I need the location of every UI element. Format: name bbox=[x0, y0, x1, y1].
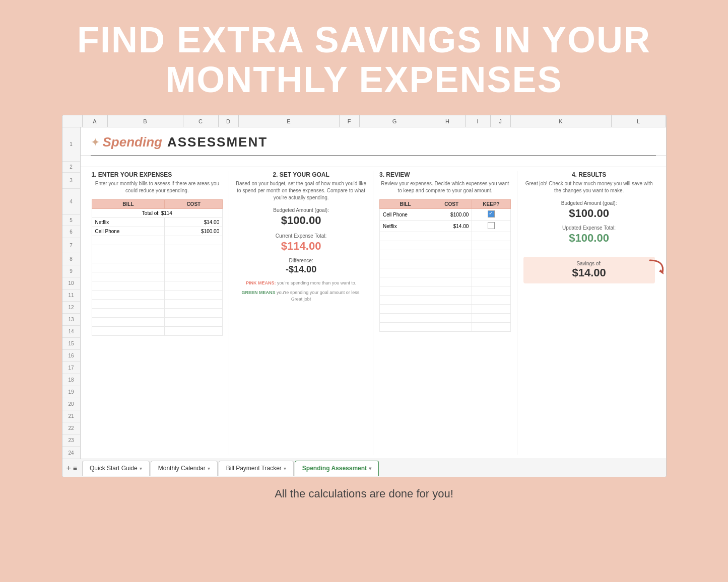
cellphone-bill: Cell Phone bbox=[92, 227, 165, 236]
tab-spending-assessment-label: Spending Assessment bbox=[302, 465, 367, 472]
add-sheet-button[interactable]: + bbox=[67, 464, 71, 473]
current-label: Current Expense Total: bbox=[235, 233, 367, 239]
row-numbers: 1 2 3 4 5 6 7 8 9 10 11 12 13 14 15 16 1… bbox=[62, 127, 81, 459]
empty-row-2 bbox=[81, 156, 666, 167]
row-num-11: 11 bbox=[62, 289, 80, 302]
empty-row bbox=[92, 263, 223, 272]
step3-column: 3. REVIEW Review your expenses. Decide w… bbox=[373, 171, 517, 455]
col-header-g: G bbox=[360, 115, 430, 127]
empty-row bbox=[380, 296, 511, 305]
tab-bill-payment[interactable]: Bill Payment Tracker ▾ bbox=[219, 461, 294, 476]
empty-row bbox=[380, 314, 511, 323]
empty-row bbox=[380, 268, 511, 277]
review-bill-1: Cell Phone bbox=[380, 209, 431, 221]
row-num-2: 2 bbox=[62, 162, 80, 173]
review-cost-header: COST bbox=[431, 200, 472, 209]
step2-title: 2. SET YOUR GOAL bbox=[235, 171, 367, 178]
step4-updated-label: Updated Expense Total: bbox=[523, 225, 655, 231]
row-num-21: 21 bbox=[62, 410, 80, 422]
brand-cursive: Spending bbox=[103, 134, 162, 150]
step4-budgeted-label: Budgeted Amount (goal): bbox=[523, 200, 655, 206]
total-row: Total of: $114 bbox=[92, 209, 223, 218]
row-num-18: 18 bbox=[62, 374, 80, 386]
review-keep-2[interactable] bbox=[472, 221, 510, 232]
hero-section: FIND EXTRA SAVINGS IN YOUR MONTHLY EXPEN… bbox=[0, 0, 728, 115]
step1-desc: Enter your monthly bills to assess if th… bbox=[92, 180, 223, 194]
savings-amount: $14.00 bbox=[527, 266, 651, 279]
row-num-6: 6 bbox=[62, 226, 80, 238]
row-num-9: 9 bbox=[62, 265, 80, 277]
netflix-cost: $14.00 bbox=[165, 218, 223, 227]
step4-updated-value: $100.00 bbox=[523, 232, 655, 245]
empty-row bbox=[92, 281, 223, 290]
current-value: $114.00 bbox=[235, 240, 367, 253]
empty-row bbox=[92, 318, 223, 327]
col-header-f: F bbox=[340, 115, 360, 127]
table-row: Netflix $14.00 bbox=[92, 218, 223, 227]
expense-table: BILL COST Total of: $114 Netflix $14.00 bbox=[92, 199, 223, 336]
review-bill-header: BILL bbox=[380, 200, 431, 209]
budgeted-value: $100.00 bbox=[235, 214, 367, 227]
row-num-15: 15 bbox=[62, 338, 80, 350]
step2-column: 2. SET YOUR GOAL Based on your budget, s… bbox=[229, 171, 373, 455]
empty-row bbox=[92, 327, 223, 336]
step4-title: 4. RESULTS bbox=[523, 171, 655, 178]
review-cost-1: $100.00 bbox=[431, 209, 472, 221]
empty-row bbox=[92, 254, 223, 263]
tab-monthly-calendar[interactable]: Monthly Calendar ▾ bbox=[151, 461, 218, 476]
spreadsheet: A B C D E F G H I J K L 1 2 3 4 5 6 7 8 … bbox=[62, 115, 667, 477]
row-num-24: 24 bbox=[62, 447, 80, 459]
table-row: Cell Phone $100.00 bbox=[380, 209, 511, 221]
col-header-d: D bbox=[219, 115, 239, 127]
row-num-12: 12 bbox=[62, 302, 80, 314]
cellphone-cost: $100.00 bbox=[165, 227, 223, 236]
col-header-i: I bbox=[466, 115, 491, 127]
col-header-l: L bbox=[612, 115, 666, 127]
tabs-bar: + ≡ Quick Start Guide ▾ Monthly Calendar… bbox=[62, 459, 666, 477]
row-num-1: 1 bbox=[62, 127, 80, 162]
empty-row bbox=[380, 241, 511, 250]
sheet-menu-button[interactable]: ≡ bbox=[73, 464, 77, 472]
quick-start-dropdown-icon: ▾ bbox=[140, 466, 142, 471]
tab-quick-start[interactable]: Quick Start Guide ▾ bbox=[82, 461, 150, 476]
tab-monthly-calendar-label: Monthly Calendar bbox=[158, 465, 206, 472]
tab-bill-payment-label: Bill Payment Tracker bbox=[226, 465, 282, 472]
review-keep-1[interactable] bbox=[472, 209, 510, 221]
monthly-calendar-dropdown-icon: ▾ bbox=[208, 466, 210, 471]
empty-row bbox=[380, 305, 511, 314]
tab-quick-start-label: Quick Start Guide bbox=[90, 465, 138, 472]
row-num-4: 4 bbox=[62, 189, 80, 215]
col-header-b: B bbox=[108, 115, 183, 127]
empty-row bbox=[92, 309, 223, 318]
checkbox-checked-icon[interactable] bbox=[488, 210, 495, 217]
col-header-e: E bbox=[239, 115, 340, 127]
budgeted-label: Budgeted Amount (goal): bbox=[235, 207, 367, 213]
row-num-17: 17 bbox=[62, 362, 80, 374]
col-header-h: H bbox=[430, 115, 466, 127]
row-num-10: 10 bbox=[62, 277, 80, 289]
checkbox-unchecked-icon[interactable] bbox=[488, 222, 495, 229]
main-content: ✦ Spending ASSESSMENT 1. ENTER YOUR EXPE… bbox=[81, 127, 666, 459]
empty-row bbox=[92, 236, 223, 245]
row-num-8: 8 bbox=[62, 253, 80, 265]
row-num-22: 22 bbox=[62, 422, 80, 434]
table-row: Netflix $14.00 bbox=[380, 221, 511, 232]
step3-desc: Review your expenses. Decide which expen… bbox=[379, 180, 511, 194]
step1-column: 1. ENTER YOUR EXPENSES Enter your monthl… bbox=[86, 171, 230, 455]
empty-row bbox=[380, 250, 511, 259]
step2-desc: Based on your budget, set the goal of ho… bbox=[235, 180, 367, 201]
brand-header-row: ✦ Spending ASSESSMENT bbox=[81, 127, 666, 156]
row-num-13: 13 bbox=[62, 314, 80, 326]
step3-title: 3. REVIEW bbox=[379, 171, 511, 178]
row-num-23: 23 bbox=[62, 434, 80, 447]
savings-box: Savings of: $14.00 bbox=[523, 257, 655, 283]
sheet-body: 1 2 3 4 5 6 7 8 9 10 11 12 13 14 15 16 1… bbox=[62, 127, 666, 459]
empty-row bbox=[92, 290, 223, 300]
bill-payment-dropdown-icon: ▾ bbox=[284, 466, 286, 471]
empty-row bbox=[380, 232, 511, 241]
tab-spending-assessment[interactable]: Spending Assessment ▾ bbox=[295, 461, 379, 476]
hero-title: FIND EXTRA SAVINGS IN YOUR MONTHLY EXPEN… bbox=[10, 20, 718, 100]
subtitle: All the calculations are done for you! bbox=[275, 477, 453, 513]
table-row: Cell Phone $100.00 bbox=[92, 227, 223, 236]
spending-assessment-dropdown-icon: ▾ bbox=[369, 466, 371, 471]
